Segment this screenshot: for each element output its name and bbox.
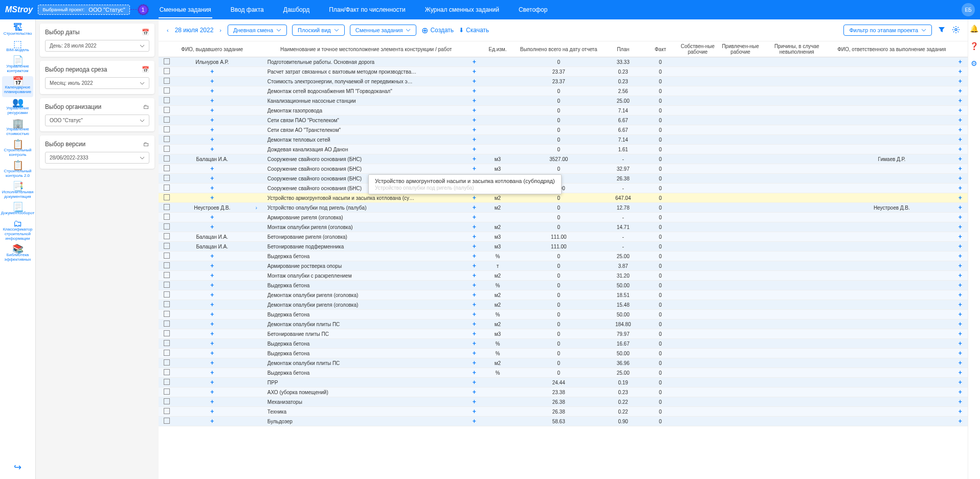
expand-plus-icon[interactable]: + (210, 262, 214, 269)
expand-plus-icon[interactable]: + (210, 185, 214, 192)
expand-plus-icon[interactable]: + (210, 340, 214, 347)
checkbox[interactable] (164, 272, 170, 278)
add-icon[interactable]: + (473, 233, 476, 240)
shift-select[interactable]: Дневная смена (228, 25, 287, 36)
add-icon[interactable]: + (959, 58, 962, 65)
create-button[interactable]: ⊕Создать (421, 26, 454, 35)
table-row[interactable]: +Дождевая канализация АО Данон+01.610+ (159, 145, 968, 154)
add-icon[interactable]: + (959, 194, 962, 201)
add-icon[interactable]: + (473, 87, 476, 95)
expand-plus-icon[interactable]: + (210, 175, 214, 182)
add-icon[interactable]: + (959, 350, 962, 357)
expand-plus-icon[interactable]: + (210, 408, 214, 415)
checkbox[interactable] (164, 155, 170, 162)
add-icon[interactable]: + (473, 243, 476, 250)
checkbox[interactable] (164, 311, 170, 317)
expand-plus-icon[interactable]: + (210, 418, 214, 425)
add-icon[interactable]: + (959, 117, 962, 124)
tab-5[interactable]: Светофор (518, 6, 548, 13)
checkbox[interactable] (164, 214, 170, 220)
checkbox[interactable] (164, 389, 170, 395)
add-icon[interactable]: + (959, 223, 962, 231)
expand-plus-icon[interactable]: + (210, 398, 214, 405)
add-icon[interactable]: + (473, 291, 476, 299)
add-icon[interactable]: + (959, 243, 962, 250)
expand-plus-icon[interactable]: + (210, 291, 214, 299)
add-icon[interactable]: + (959, 126, 962, 133)
table-row[interactable]: Балацан И.А.Сооружение свайного основани… (159, 154, 968, 164)
col-header[interactable]: Привлечен-ные рабочие (718, 41, 763, 57)
add-icon[interactable]: + (473, 126, 476, 133)
add-icon[interactable]: + (473, 408, 476, 415)
col-header[interactable]: ФИО, ответственного за выполнение задани… (831, 41, 953, 57)
table-row[interactable]: +Демонтаж сетей водоснабжения МП "Горвод… (159, 86, 968, 96)
checkbox[interactable] (164, 87, 170, 94)
col-header[interactable]: Собствен-ные рабочие (677, 41, 718, 57)
sidebar-item[interactable]: 📄Управление контрактом (0, 55, 35, 76)
expand-plus-icon[interactable]: + (210, 223, 214, 231)
checkbox[interactable] (164, 146, 170, 152)
col-header[interactable]: Факт (643, 41, 677, 57)
checkbox[interactable] (164, 204, 170, 210)
col-header[interactable]: Наименование и точное местоположение эле… (264, 41, 468, 57)
toolbar-date[interactable]: 28 июля 2022 (175, 27, 214, 34)
checkbox[interactable] (164, 262, 170, 268)
add-icon[interactable]: + (959, 369, 962, 376)
table-row[interactable]: +Техника+26.380.220+ (159, 407, 968, 417)
add-icon[interactable]: + (473, 97, 476, 104)
add-icon[interactable]: + (473, 117, 476, 124)
add-icon[interactable]: + (959, 282, 962, 289)
add-icon[interactable]: + (959, 321, 962, 328)
sidebar-item[interactable]: 👥Управление ресурсами (0, 97, 35, 118)
prev-date[interactable]: ‹ (166, 26, 170, 34)
expand-plus-icon[interactable]: + (210, 272, 214, 279)
table-row[interactable]: +Демонтаж газопровода+07.140+ (159, 106, 968, 116)
expand-plus-icon[interactable]: + (210, 330, 214, 337)
add-icon[interactable]: + (473, 107, 476, 114)
expand-plus-icon[interactable]: + (210, 350, 214, 357)
table-row[interactable]: +Бульдозер+58.630.900+ (159, 417, 968, 426)
col-header[interactable] (468, 41, 481, 57)
add-icon[interactable]: + (959, 418, 962, 425)
col-header[interactable]: Причины, в случае невыполнения (763, 41, 831, 57)
checkbox[interactable] (164, 408, 170, 414)
checkbox[interactable] (164, 282, 170, 288)
expand-plus-icon[interactable]: + (210, 214, 214, 221)
table-row[interactable]: +Расчет затрат связанных с вахтовым мето… (159, 67, 968, 77)
table-row[interactable]: +Демонтаж тепловых сетей+07.140+ (159, 135, 968, 145)
add-icon[interactable]: + (959, 253, 962, 260)
view-select[interactable]: Плоский вид (292, 25, 345, 36)
checkbox[interactable] (164, 359, 170, 366)
add-icon[interactable]: + (473, 204, 476, 211)
table-row[interactable]: +ПРР+24.440.190+ (159, 378, 968, 387)
checkbox[interactable] (164, 185, 170, 191)
col-header[interactable]: План (603, 41, 643, 57)
sidebar-logout[interactable]: ↪ (0, 462, 35, 474)
project-selector[interactable]: Выбранный проект: ООО "Статус" (38, 5, 129, 15)
checkbox[interactable] (164, 398, 170, 404)
add-icon[interactable]: + (473, 379, 476, 386)
sidebar-item[interactable]: 🏗Строительство (0, 22, 35, 39)
add-icon[interactable]: + (959, 398, 962, 405)
sidebar-item[interactable]: 📋Строительный контроль 2.0 (0, 160, 35, 181)
gear-icon[interactable] (951, 25, 961, 35)
sidebar-item[interactable]: 🏢Управление стоимостью (0, 118, 35, 139)
expand-plus-icon[interactable]: + (210, 311, 214, 318)
add-icon[interactable]: + (473, 272, 476, 279)
add-icon[interactable]: + (959, 136, 962, 143)
add-icon[interactable]: + (473, 194, 476, 201)
add-icon[interactable]: + (473, 155, 476, 163)
add-icon[interactable]: + (473, 253, 476, 260)
add-icon[interactable]: + (959, 311, 962, 318)
filter-version-select[interactable]: 28/06/2022-2333 (45, 152, 149, 164)
checkbox[interactable] (164, 301, 170, 307)
table-row[interactable]: +Демонтаж опалубки плиты ПС+м20184.800+ (159, 320, 968, 329)
type-select[interactable]: Сменные задания (350, 25, 417, 36)
add-icon[interactable]: + (473, 340, 476, 347)
checkbox[interactable] (164, 243, 170, 249)
col-header[interactable] (250, 41, 264, 57)
table-row[interactable]: +Выдержка бетона+%050.000+ (159, 310, 968, 320)
add-icon[interactable]: + (959, 408, 962, 415)
checkbox[interactable] (164, 340, 170, 346)
add-icon[interactable]: + (959, 87, 962, 95)
